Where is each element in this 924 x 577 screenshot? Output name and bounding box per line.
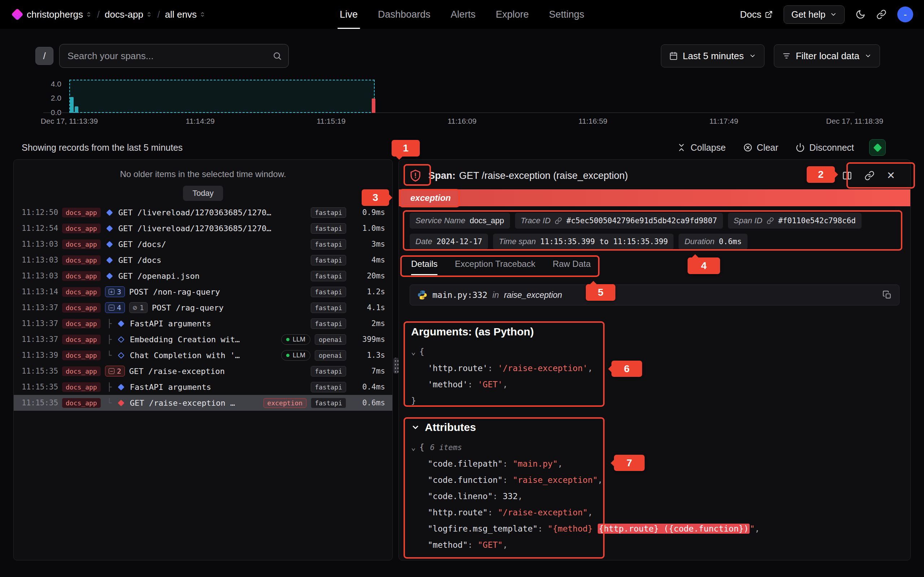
tree-end-icon: └ (105, 398, 114, 408)
tab-details[interactable]: Details (411, 259, 438, 275)
trace-id-chip[interactable]: Trace ID #c5ec5005042796e91d5db42ca9fd98… (515, 213, 723, 229)
tab-live[interactable]: Live (340, 0, 358, 29)
tag-pill: fastapi (311, 398, 346, 408)
collapse-button[interactable]: Collapse (677, 142, 725, 153)
page-title: Span:GET /raise-exception (raise_excepti… (428, 170, 628, 181)
arguments-code: ⌄{ 'http.route': '/raise-exception', 'me… (411, 344, 898, 409)
tag-pill: fastapi (311, 366, 346, 377)
get-help-button[interactable]: Get help (783, 5, 845, 24)
span-metadata: Service Name docs_app Trace ID #c5ec5005… (399, 206, 910, 256)
collapse-caret-icon[interactable]: ⌄ (411, 443, 416, 452)
attributes-header[interactable]: Attributes (411, 421, 898, 434)
table-row[interactable]: 11:13:37 docs_app ├ FastAPI arguments fa… (14, 316, 393, 331)
live-status-button[interactable] (869, 139, 886, 156)
row-time: 11:13:03 (22, 256, 58, 264)
nav-tabs: Live Dashboards Alerts Explore Settings (340, 0, 584, 29)
service-name-value: docs_app (470, 216, 504, 226)
service-pill: docs_app (62, 287, 101, 297)
y-tick-label: 2.0 (36, 94, 61, 103)
table-row[interactable]: 11:13:14 docs_app + 3 POST /non-rag-quer… (14, 284, 393, 300)
tab-raw-data[interactable]: Raw Data (552, 259, 591, 275)
tab-explore[interactable]: Explore (496, 0, 529, 29)
tab-settings[interactable]: Settings (549, 0, 584, 29)
attr-value: "main.py" (512, 459, 558, 469)
tab-dashboards[interactable]: Dashboards (378, 0, 431, 29)
tab-alerts[interactable]: Alerts (451, 0, 475, 29)
docs-link[interactable]: Docs (740, 9, 773, 20)
x-tick-label: 11:16:59 (578, 117, 607, 126)
span-diamond-icon (118, 320, 124, 327)
span-name: GET /livereload/1270363685/1270… (118, 224, 271, 233)
table-row-selected[interactable]: 11:15:35 docs_app └ GET /raise-exception… (14, 395, 393, 411)
tag-pill: openai (315, 334, 346, 345)
collapse-caret-icon[interactable]: ⌄ (411, 348, 416, 356)
breadcrumb-env[interactable]: all envs (165, 9, 206, 20)
filter-icon (782, 52, 791, 60)
status-bar: Showing records from the last 5 minutes … (0, 139, 924, 156)
table-row[interactable]: 11:12:50 docs_app GET /livereload/127036… (14, 205, 393, 220)
dark-mode-toggle[interactable] (855, 10, 866, 19)
attr-key: "code.filepath" (428, 459, 503, 469)
search-icon[interactable] (273, 51, 282, 61)
docs-label: Docs (740, 9, 761, 20)
collapse-children-badge[interactable]: − 4 (105, 302, 125, 313)
avatar[interactable]: - (897, 6, 913, 23)
row-time: 11:13:14 (22, 287, 58, 296)
time-range-button[interactable]: Last 5 minutes (661, 44, 764, 68)
disconnect-button[interactable]: Disconnect (795, 142, 854, 153)
table-row[interactable]: 11:15:35 docs_app − 2 GET /raise-excepti… (14, 363, 393, 379)
search-shortcut-key[interactable]: / (36, 47, 53, 65)
table-row[interactable]: 11:13:03 docs_app GET /openapi.json fast… (14, 268, 393, 284)
date-pill[interactable]: Today (183, 186, 223, 201)
expand-children-badge[interactable]: + 3 (105, 286, 125, 297)
code-location-bar: main.py:332 in raise_exception (410, 285, 900, 305)
attributes-title: Attributes (425, 421, 476, 434)
x-tick-label: Dec 17, 11:13:39 (41, 117, 98, 126)
sort-icon (146, 11, 152, 18)
span-timeline-chart[interactable]: 4.02.00.0 Dec 17, 11:13:3911:14:2911:15:… (0, 79, 924, 129)
toggle-panel-button[interactable] (842, 171, 852, 181)
copy-button[interactable] (882, 290, 892, 300)
row-duration: 2ms (351, 319, 385, 328)
chart-plot[interactable] (69, 79, 855, 113)
table-row[interactable]: 11:13:39 docs_app └ Chat Completion with… (14, 347, 393, 363)
table-row[interactable]: 11:15:35 docs_app ├ FastAPI arguments fa… (14, 379, 393, 395)
x-circle-icon (743, 143, 753, 152)
table-row[interactable]: 11:12:54 docs_app GET /livereload/127036… (14, 220, 393, 236)
breadcrumb-project[interactable]: docs-app (105, 9, 152, 20)
attr-key: "logfire.msg_template" (428, 524, 538, 533)
hidden-spans-badge[interactable]: ⊘ 1 (129, 302, 148, 313)
copy-link-button[interactable] (864, 171, 874, 181)
tree-branch-icon: ├ (105, 335, 114, 344)
filter-local-data-button[interactable]: Filter local data (774, 44, 880, 68)
clear-button[interactable]: Clear (743, 142, 779, 153)
span-id-chip[interactable]: Span ID #f0110e542c798c6d (728, 213, 861, 229)
children-count: 3 (117, 287, 121, 296)
status-actions: Collapse Clear Disconnect (677, 139, 886, 156)
table-row[interactable]: 11:13:37 docs_app ├ Embedding Creation w… (14, 331, 393, 347)
service-pill: docs_app (62, 398, 101, 408)
service-pill: docs_app (62, 335, 101, 344)
table-row[interactable]: 11:13:03 docs_app GET /docs/ fastapi 3ms (14, 236, 393, 252)
service-pill: docs_app (62, 208, 101, 218)
row-duration: 0.9ms (351, 208, 385, 217)
collapse-icon: − (109, 305, 115, 311)
table-row[interactable]: 11:13:03 docs_app GET /docs fastapi 4ms (14, 252, 393, 268)
share-link-button[interactable] (876, 10, 887, 19)
tag-pill: fastapi (311, 223, 346, 234)
search-input[interactable] (68, 50, 273, 62)
filter-label: Filter local data (796, 50, 859, 62)
exception-banner: exception (399, 189, 910, 206)
panel-resize-handle[interactable] (393, 358, 399, 374)
logfire-logo-icon[interactable] (11, 8, 23, 21)
collapse-children-badge-error[interactable]: − 2 (105, 366, 125, 377)
x-tick-label: 11:15:19 (317, 117, 346, 126)
tab-exception-traceback[interactable]: Exception Traceback (455, 259, 535, 275)
breadcrumb-org[interactable]: christophergs (27, 9, 92, 20)
table-row[interactable]: 11:13:37 docs_app − 4 ⊘ 1 POST /rag-quer… (14, 300, 393, 316)
items-count: 6 items (430, 443, 462, 452)
chart-selection[interactable] (69, 80, 375, 113)
date-value: 2024-12-17 (436, 237, 482, 246)
close-icon[interactable]: ✕ (887, 171, 895, 181)
span-name: Embedding Creation wit… (130, 335, 240, 344)
